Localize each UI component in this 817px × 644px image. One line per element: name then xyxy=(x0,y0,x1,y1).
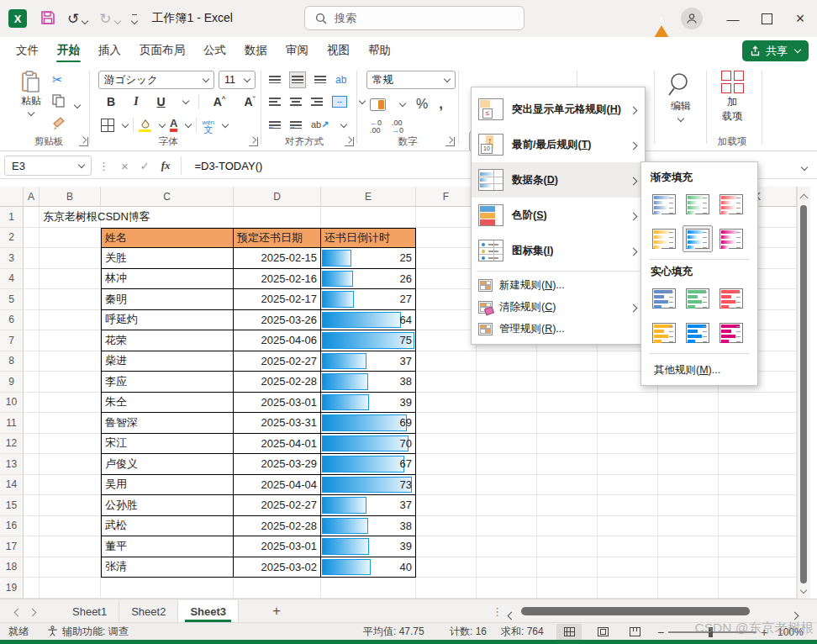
number-dialog-launcher[interactable] xyxy=(445,137,455,146)
cell-J18[interactable] xyxy=(658,557,719,578)
next-sheet-icon[interactable] xyxy=(29,605,35,618)
cell-F12[interactable] xyxy=(416,434,477,455)
cell-A11[interactable] xyxy=(24,413,40,434)
cell-C15[interactable]: 公孙胜 xyxy=(101,495,234,516)
row-header-19[interactable]: 19 xyxy=(0,578,24,599)
sheet-tab-sheet1[interactable]: Sheet1 xyxy=(61,600,119,623)
row-header-4[interactable]: 4 xyxy=(0,269,24,290)
cell-J11[interactable] xyxy=(658,413,719,434)
page-layout-view-button[interactable] xyxy=(590,624,615,640)
cut-icon[interactable]: ✂ xyxy=(52,72,63,87)
cell-D12[interactable]: 2025-04-01 xyxy=(234,434,321,455)
menu-item-manage-rules[interactable]: 管理规则(R)... xyxy=(472,318,645,340)
cell-C10[interactable]: 朱仝 xyxy=(101,393,234,414)
name-box[interactable]: E3 xyxy=(4,156,92,176)
cell-C16[interactable]: 武松 xyxy=(101,516,234,537)
comma-style-icon[interactable]: , xyxy=(439,96,443,113)
cell-C6[interactable]: 呼延灼 xyxy=(101,310,234,331)
cell-C9[interactable]: 李应 xyxy=(101,372,234,393)
cell-E10[interactable]: 39 xyxy=(321,393,416,414)
cell-C11[interactable]: 鲁智深 xyxy=(101,413,234,434)
cell-A19[interactable] xyxy=(24,578,40,599)
cell-C12[interactable]: 宋江 xyxy=(101,434,234,455)
row-header-12[interactable]: 12 xyxy=(0,434,24,455)
clipboard-dialog-launcher[interactable] xyxy=(79,137,88,146)
solid-data-bar-swatch-5[interactable] xyxy=(716,319,746,346)
cell-D4[interactable]: 2025-02-16 xyxy=(234,269,321,290)
cell-H17[interactable] xyxy=(537,536,598,557)
number-format-combo[interactable]: 常规 xyxy=(366,71,456,89)
column-header-E[interactable]: E xyxy=(321,187,416,207)
row-header-10[interactable]: 10 xyxy=(0,393,24,414)
paste-button[interactable]: 粘贴 xyxy=(20,71,42,115)
cell-D15[interactable]: 2025-02-27 xyxy=(234,495,321,516)
cell-F19[interactable] xyxy=(416,578,477,599)
cell-F9[interactable] xyxy=(416,372,477,393)
menu-item-icon-sets[interactable]: 图标集(I) xyxy=(472,233,645,268)
row-header-6[interactable]: 6 xyxy=(0,310,24,331)
cell-K12[interactable] xyxy=(719,434,797,455)
formula-input[interactable]: =D3-TODAY() xyxy=(195,160,263,172)
column-header-D[interactable]: D xyxy=(234,187,321,207)
cell-F2[interactable] xyxy=(416,228,477,249)
horizontal-scroll-thumb[interactable] xyxy=(521,607,750,615)
cell-E19[interactable] xyxy=(321,578,416,599)
cell-G17[interactable] xyxy=(477,536,537,557)
cell-J15[interactable] xyxy=(658,495,719,516)
column-header-B[interactable]: B xyxy=(40,187,101,207)
cell-E1[interactable] xyxy=(321,207,416,228)
quick-access-toolbar-menu[interactable] xyxy=(132,14,137,24)
cell-A15[interactable] xyxy=(24,495,40,516)
decrease-indent-icon[interactable]: ← xyxy=(269,119,281,131)
cell-B14[interactable] xyxy=(40,475,101,496)
solid-data-bar-swatch-4[interactable] xyxy=(683,319,713,346)
normal-view-button[interactable] xyxy=(556,624,582,640)
cell-H16[interactable] xyxy=(537,516,598,537)
cell-F3[interactable] xyxy=(416,248,477,269)
cell-A5[interactable] xyxy=(24,289,40,310)
cell-B11[interactable] xyxy=(40,413,101,434)
cell-I12[interactable] xyxy=(598,434,658,455)
cell-B5[interactable] xyxy=(40,289,101,310)
cell-J12[interactable] xyxy=(658,434,719,455)
column-header-F[interactable]: F xyxy=(416,187,477,207)
solid-data-bar-swatch-2[interactable] xyxy=(716,285,746,312)
cell-A12[interactable] xyxy=(24,434,40,455)
cell-B7[interactable] xyxy=(40,330,101,351)
row-header-2[interactable]: 2 xyxy=(0,228,24,249)
cell-H14[interactable] xyxy=(537,475,598,496)
cell-E7[interactable]: 75 xyxy=(321,330,416,351)
cell-E4[interactable]: 26 xyxy=(321,269,416,290)
cell-J14[interactable] xyxy=(658,475,719,496)
cell-C18[interactable]: 张清 xyxy=(101,557,234,578)
cell-B12[interactable] xyxy=(40,434,101,455)
cell-E17[interactable]: 39 xyxy=(321,536,416,557)
cell-B17[interactable] xyxy=(40,536,101,557)
cell-F1[interactable] xyxy=(416,207,477,228)
cell-K14[interactable] xyxy=(719,475,797,496)
cell-K18[interactable] xyxy=(719,557,797,578)
cell-A1[interactable] xyxy=(24,207,40,228)
decrease-font-button[interactable]: Aˇ xyxy=(240,95,260,108)
cell-I11[interactable] xyxy=(598,413,658,434)
cell-E2[interactable]: 还书日倒计时 xyxy=(321,228,416,249)
cell-E3[interactable]: 25 xyxy=(321,248,416,269)
cell-K10[interactable] xyxy=(719,393,797,414)
cell-B4[interactable] xyxy=(40,269,101,290)
menu-item-data-bars[interactable]: 数据条(D) xyxy=(472,162,645,198)
tab-文件[interactable]: 文件 xyxy=(7,37,48,64)
cell-D19[interactable] xyxy=(234,578,321,599)
cell-A3[interactable] xyxy=(24,248,40,269)
cell-K19[interactable] xyxy=(719,578,797,599)
select-all-corner[interactable] xyxy=(0,187,24,207)
scroll-down-icon[interactable] xyxy=(801,583,806,595)
solid-data-bar-swatch-3[interactable] xyxy=(649,319,679,346)
more-rules-item[interactable]: 其他规则(M)... xyxy=(649,359,750,380)
cell-B9[interactable] xyxy=(40,372,101,393)
tab-options-icon[interactable]: ⋮ xyxy=(492,605,503,618)
tab-页面布局[interactable]: 页面布局 xyxy=(130,37,194,64)
cell-K11[interactable] xyxy=(719,413,797,434)
menu-item-highlight-cells-rules[interactable]: ≤突出显示单元格规则(H) xyxy=(472,92,645,127)
align-center-icon[interactable] xyxy=(290,96,302,108)
cell-I17[interactable] xyxy=(598,536,658,557)
